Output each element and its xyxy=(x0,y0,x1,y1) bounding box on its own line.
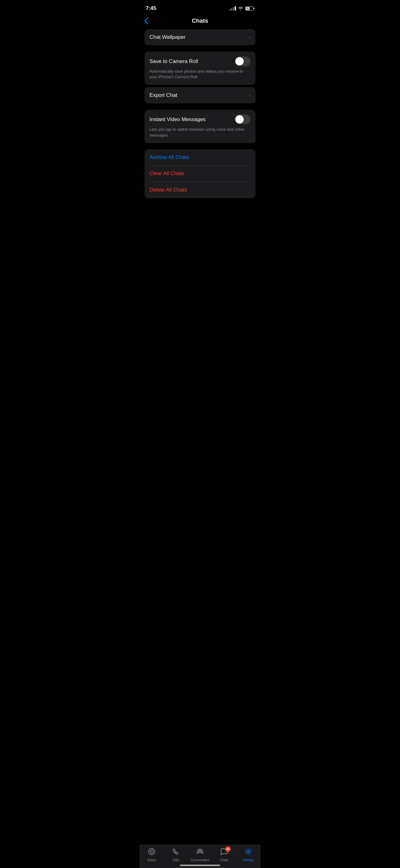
status-bar: 7:45 51 xyxy=(139,0,261,15)
export-chat-row[interactable]: Export Chat › xyxy=(144,87,256,103)
save-camera-roll-label: Save to Camera Roll xyxy=(149,58,198,65)
save-camera-roll-toggle[interactable] xyxy=(235,57,251,66)
signal-bars-icon xyxy=(229,6,236,10)
export-chat-label: Export Chat xyxy=(149,92,177,98)
wifi-icon xyxy=(238,6,243,10)
chat-wallpaper-row[interactable]: Chat Wallpaper › xyxy=(144,29,256,45)
battery-indicator: 51 xyxy=(245,6,254,10)
save-camera-roll-description: Automatically save photos and videos you… xyxy=(149,69,251,80)
chat-wallpaper-label: Chat Wallpaper xyxy=(149,34,186,40)
page-title: Chats xyxy=(192,18,208,24)
save-camera-roll-row[interactable]: Save to Camera Roll Automatically save p… xyxy=(144,52,256,85)
chevron-right-icon: › xyxy=(249,34,251,40)
settings-content: Chat Wallpaper › Save to Camera Roll Aut… xyxy=(139,29,261,198)
action-section: Archive All Chats Clear All Chats Delete… xyxy=(144,149,256,198)
camera-roll-section: Save to Camera Roll Automatically save p… xyxy=(144,52,256,103)
archive-all-chats-button[interactable]: Archive All Chats xyxy=(144,149,256,165)
chevron-right-icon-export: › xyxy=(249,93,251,98)
status-icons: 51 xyxy=(229,6,254,10)
status-time: 7:45 xyxy=(146,5,156,11)
delete-all-chats-button[interactable]: Delete All Chats xyxy=(144,182,256,198)
navigation-header: Chats xyxy=(139,15,261,29)
instant-video-description: Lets you tap to switch between using voi… xyxy=(149,127,251,138)
back-button[interactable] xyxy=(144,18,148,24)
instant-video-toggle[interactable] xyxy=(235,115,251,124)
chat-wallpaper-section: Chat Wallpaper › xyxy=(144,29,256,45)
clear-all-chats-button[interactable]: Clear All Chats xyxy=(144,165,256,182)
instant-video-row[interactable]: Instant Video Messages Lets you tap to s… xyxy=(144,110,256,143)
instant-video-label: Instant Video Messages xyxy=(149,116,206,123)
instant-video-section: Instant Video Messages Lets you tap to s… xyxy=(144,110,256,143)
